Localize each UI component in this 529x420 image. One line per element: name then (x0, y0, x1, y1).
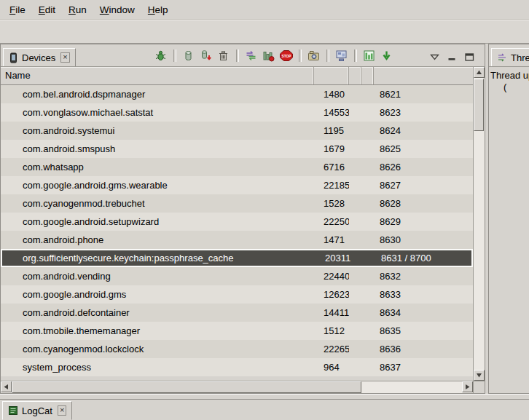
table-row[interactable]: com.cyanogenmod.lockclock222658636 (1, 340, 473, 358)
process-port: 8628 (374, 194, 473, 213)
tab-threads[interactable]: Threa (491, 48, 529, 67)
column-header-empty-2[interactable] (361, 67, 374, 84)
table-row[interactable]: com.vonglasow.michael.satstat145538623 (1, 103, 473, 122)
table-row[interactable]: com.cyanogenmod.trebuchet15288628 (1, 194, 473, 213)
logcat-icon (8, 405, 18, 416)
debug-icon[interactable] (153, 49, 169, 63)
scroll-left-button[interactable] (1, 381, 12, 392)
opengl-trace-icon[interactable] (379, 49, 395, 63)
column-header-empty-1[interactable] (349, 67, 361, 84)
process-name: com.google.android.gms.wearable (1, 176, 314, 194)
threads-panel: Threa Thread up ( (488, 44, 529, 394)
process-empty-cell-1 (349, 322, 361, 340)
devices-table: Name com.bel.android.dspmanager14808621c… (1, 67, 485, 393)
process-name: com.tmobile.thememanager (1, 322, 314, 340)
process-empty-cell-1 (349, 267, 361, 285)
table-row[interactable]: org.sufficientlysecure.keychain:passphra… (1, 249, 473, 267)
scroll-down-button[interactable] (474, 370, 485, 381)
process-port: 8627 (374, 176, 473, 194)
bottom-splitter[interactable] (0, 394, 529, 399)
table-row[interactable]: com.android.smspush16798625 (1, 140, 473, 158)
table-row[interactable]: com.google.android.gms126238633 (1, 285, 473, 304)
process-empty-cell-2 (363, 250, 375, 266)
table-row[interactable]: com.google.android.setupwizard222508629 (1, 213, 473, 231)
table-row[interactable]: com.android.systemui11958624 (1, 122, 473, 140)
process-empty-cell-2 (361, 176, 374, 194)
process-pid: 1528 (314, 194, 349, 213)
systrace-icon[interactable] (361, 49, 377, 63)
horizontal-scroll-track[interactable] (361, 381, 462, 393)
column-header-name[interactable]: Name (1, 67, 314, 84)
arrow-up-icon (476, 69, 482, 76)
process-empty-cell-2 (361, 285, 374, 304)
table-row[interactable]: com.bel.android.dspmanager14808621 (1, 85, 473, 103)
close-icon[interactable]: × (60, 52, 69, 63)
toolbar-separator (354, 49, 357, 62)
table-row[interactable]: system_process9648637 (1, 358, 473, 376)
table-row[interactable]: com.android.vending224408632 (1, 267, 473, 285)
process-port: 8621 (374, 85, 473, 103)
dump-hprof-icon[interactable] (198, 49, 214, 63)
close-icon[interactable]: × (58, 405, 66, 416)
process-pid: 12623 (314, 285, 349, 304)
process-pid: 14553 (314, 103, 349, 122)
process-empty-cell-2 (361, 122, 374, 140)
arrow-down-icon (476, 372, 482, 379)
vertical-scroll-thumb[interactable] (474, 79, 484, 131)
process-pid: 14411 (314, 304, 349, 322)
process-empty-cell-2 (361, 267, 374, 285)
scrollbar-corner (474, 381, 485, 393)
table-row[interactable]: com.tmobile.thememanager15128635 (1, 322, 473, 340)
tab-devices[interactable]: Devices × (3, 48, 76, 67)
process-pid: 1480 (314, 85, 349, 103)
process-pid: 1512 (314, 322, 349, 340)
menu-edit[interactable]: Edit (32, 0, 62, 19)
process-name: com.android.smspush (1, 140, 314, 158)
view-menu-icon[interactable] (430, 54, 439, 60)
table-row[interactable]: com.android.defcontainer144118634 (1, 304, 473, 322)
process-name: com.android.vending (1, 267, 314, 285)
table-row[interactable]: com.android.phone14718630 (1, 231, 473, 249)
process-port: 8631 / 8700 (375, 250, 471, 266)
process-pid: 1679 (314, 140, 349, 158)
process-pid: 1471 (314, 231, 349, 249)
arrow-left-icon (3, 384, 9, 390)
process-name: com.bel.android.dspmanager (1, 85, 314, 103)
process-name: com.android.phone (1, 231, 314, 249)
update-threads-icon[interactable] (243, 49, 259, 63)
menu-window[interactable]: Window (93, 0, 141, 19)
hierarchy-view-icon[interactable] (334, 49, 350, 63)
process-name: com.cyanogenmod.lockclock (1, 340, 314, 358)
method-profiling-icon[interactable] (261, 49, 277, 63)
horizontal-scroll-thumb[interactable] (12, 381, 361, 393)
vertical-scrollbar[interactable] (473, 67, 485, 393)
scroll-right-button[interactable] (462, 381, 473, 392)
cause-gc-icon[interactable] (216, 49, 232, 63)
minimize-icon[interactable] (447, 53, 457, 61)
maximize-icon[interactable] (465, 53, 474, 61)
stop-process-icon[interactable]: STOP (278, 49, 294, 63)
svg-text:STOP: STOP (281, 55, 291, 58)
ddms-window: FileEditRunWindowHelp Devices × STOP Nam… (0, 0, 529, 420)
menu-help[interactable]: Help (141, 0, 175, 19)
menu-file[interactable]: File (3, 0, 32, 19)
column-header-port[interactable] (374, 67, 473, 84)
screen-capture-icon[interactable] (306, 49, 322, 63)
tab-logcat[interactable]: LogCat × (2, 401, 72, 420)
scroll-up-button[interactable] (474, 67, 485, 78)
process-empty-cell-2 (361, 340, 374, 358)
arrow-right-icon (464, 384, 471, 390)
table-column-header: Name (1, 67, 473, 85)
toolbar-separator (326, 49, 329, 62)
vertical-scroll-track[interactable] (474, 78, 485, 370)
update-heap-icon[interactable] (181, 49, 197, 63)
horizontal-scrollbar[interactable] (1, 381, 473, 393)
process-empty-cell-2 (361, 231, 374, 249)
table-row[interactable]: com.whatsapp67168626 (1, 158, 473, 176)
menu-run[interactable]: Run (62, 0, 93, 19)
table-row[interactable]: com.google.android.gms.wearable221858627 (1, 176, 473, 194)
process-pid: 22185 (314, 176, 349, 194)
process-empty-cell-1 (349, 213, 361, 231)
process-port: 8625 (374, 140, 473, 158)
column-header-pid[interactable] (314, 67, 349, 84)
